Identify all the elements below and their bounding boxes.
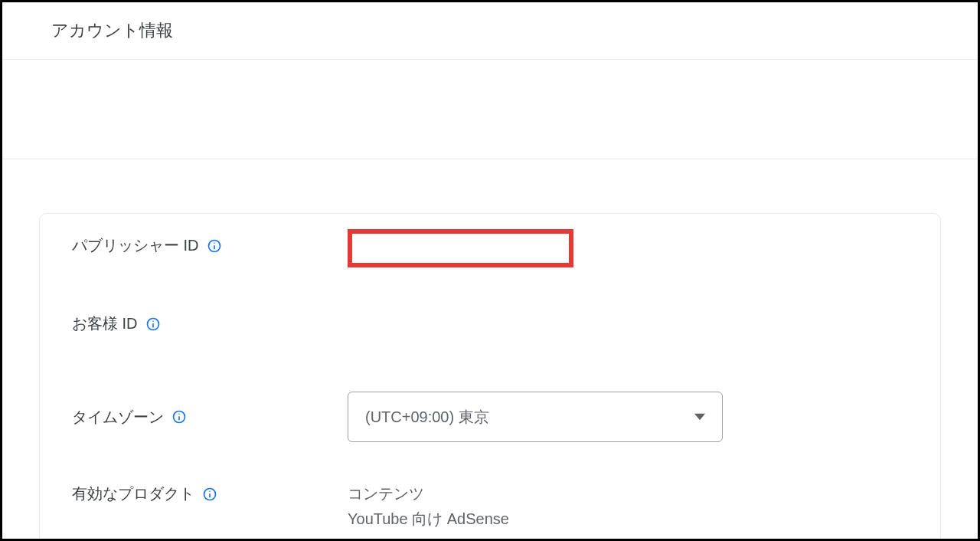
active-products-value: コンテンツ YouTube 向け AdSense <box>348 484 908 530</box>
customer-id-row: お客様 ID <box>72 313 908 350</box>
publisher-id-redacted-highlight <box>348 229 573 267</box>
svg-point-11 <box>209 490 211 492</box>
timezone-select-value: (UTC+09:00) 東京 <box>365 407 489 428</box>
timezone-label: タイムゾーン <box>72 407 164 428</box>
active-products-label-group: 有効なプロダクト <box>72 484 348 504</box>
chevron-down-icon <box>694 411 705 422</box>
publisher-id-value <box>348 235 908 267</box>
timezone-value-col: (UTC+09:00) 東京 <box>348 392 908 442</box>
page-title: アカウント情報 <box>51 21 173 40</box>
timezone-select[interactable]: (UTC+09:00) 東京 <box>348 392 723 442</box>
info-icon[interactable] <box>202 487 217 502</box>
svg-point-2 <box>214 242 215 244</box>
account-info-card: パブリッシャー ID お客様 ID <box>39 213 941 541</box>
timezone-label-group: タイムゾーン <box>72 407 348 428</box>
customer-id-label: お客様 ID <box>72 313 138 334</box>
timezone-row: タイムゾーン (UTC+09:00) 東京 <box>72 392 908 442</box>
product-list: コンテンツ YouTube 向け AdSense <box>348 484 908 530</box>
product-item: コンテンツ <box>348 484 908 504</box>
active-products-row: 有効なプロダクト コンテンツ YouTube 向け AdSense <box>72 484 908 530</box>
product-item: YouTube 向け AdSense <box>348 509 908 530</box>
publisher-id-row: パブリッシャー ID <box>72 235 908 272</box>
content-area: パブリッシャー ID お客様 ID <box>2 159 978 541</box>
info-icon[interactable] <box>172 409 187 425</box>
info-icon[interactable] <box>145 316 161 332</box>
spacer-region <box>2 60 978 159</box>
customer-id-label-group: お客様 ID <box>72 313 348 334</box>
publisher-id-label-group: パブリッシャー ID <box>72 235 348 256</box>
svg-point-5 <box>152 320 154 322</box>
active-products-label: 有効なプロダクト <box>72 484 194 504</box>
info-icon[interactable] <box>207 238 222 254</box>
publisher-id-label: パブリッシャー ID <box>72 235 199 256</box>
page-header: アカウント情報 <box>2 2 978 60</box>
svg-point-8 <box>178 413 180 415</box>
